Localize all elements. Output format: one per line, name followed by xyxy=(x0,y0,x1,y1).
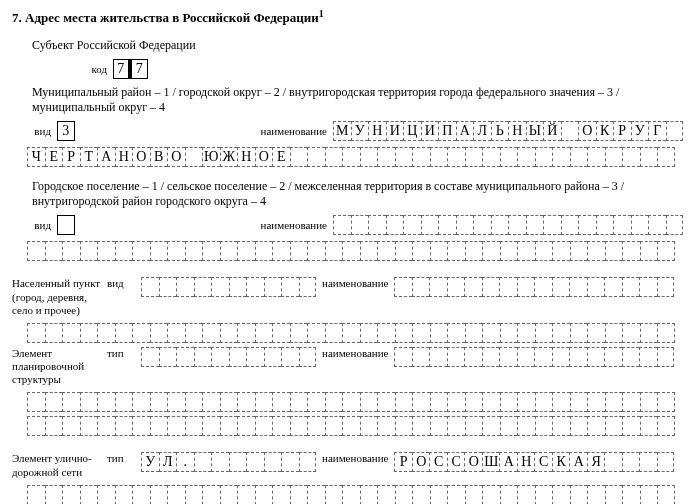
char-cell[interactable] xyxy=(97,416,115,436)
char-cell[interactable] xyxy=(307,323,325,343)
char-cell[interactable] xyxy=(342,147,360,167)
char-cell[interactable] xyxy=(464,347,482,367)
char-cell[interactable] xyxy=(403,215,421,235)
char-cell[interactable] xyxy=(167,485,185,504)
char-cell[interactable] xyxy=(115,241,133,261)
char-cell[interactable] xyxy=(552,323,570,343)
char-cell[interactable] xyxy=(299,277,317,297)
char-cell[interactable] xyxy=(132,323,150,343)
char-cell[interactable] xyxy=(666,121,684,141)
char-cell[interactable] xyxy=(657,416,675,436)
char-cell[interactable] xyxy=(62,485,80,504)
char-cell[interactable]: А xyxy=(499,452,517,472)
char-cell[interactable] xyxy=(115,392,133,412)
char-cell[interactable] xyxy=(570,241,588,261)
char-cell[interactable] xyxy=(456,215,474,235)
char-cell[interactable]: Н xyxy=(517,452,535,472)
char-cell[interactable]: Р xyxy=(613,121,631,141)
char-cell[interactable] xyxy=(447,416,465,436)
char-cell[interactable]: Т xyxy=(80,147,98,167)
char-cell[interactable] xyxy=(255,241,273,261)
char-cell[interactable] xyxy=(430,416,448,436)
char-cell[interactable] xyxy=(535,416,553,436)
char-cell[interactable] xyxy=(27,485,45,504)
char-cell[interactable]: У xyxy=(351,121,369,141)
settle-vid-cell[interactable] xyxy=(57,215,75,235)
char-cell[interactable] xyxy=(281,452,299,472)
char-cell[interactable] xyxy=(622,147,640,167)
char-cell[interactable] xyxy=(640,485,658,504)
char-cell[interactable] xyxy=(657,452,675,472)
char-cell[interactable] xyxy=(62,323,80,343)
char-cell[interactable] xyxy=(167,323,185,343)
char-cell[interactable] xyxy=(499,347,517,367)
char-cell[interactable] xyxy=(622,416,640,436)
char-cell[interactable] xyxy=(570,485,588,504)
char-cell[interactable] xyxy=(255,485,273,504)
char-cell[interactable] xyxy=(570,323,588,343)
char-cell[interactable] xyxy=(587,485,605,504)
char-cell[interactable] xyxy=(377,392,395,412)
char-cell[interactable] xyxy=(360,392,378,412)
char-cell[interactable]: О xyxy=(167,147,185,167)
char-cell[interactable] xyxy=(587,347,605,367)
char-cell[interactable] xyxy=(325,416,343,436)
char-cell[interactable] xyxy=(115,323,133,343)
char-cell[interactable] xyxy=(62,241,80,261)
char-cell[interactable] xyxy=(640,147,658,167)
char-cell[interactable]: Ч xyxy=(27,147,45,167)
char-cell[interactable] xyxy=(622,277,640,297)
street-line2[interactable] xyxy=(27,485,683,504)
char-cell[interactable] xyxy=(272,323,290,343)
char-cell[interactable]: Л xyxy=(159,452,177,472)
char-cell[interactable] xyxy=(412,347,430,367)
char-cell[interactable] xyxy=(570,147,588,167)
char-cell[interactable] xyxy=(430,147,448,167)
char-cell[interactable] xyxy=(45,485,63,504)
char-cell[interactable] xyxy=(500,485,518,504)
mun-name-line2[interactable]: ЧЕРТАНОВОЮЖНОЕ xyxy=(27,147,683,167)
char-cell[interactable] xyxy=(194,452,212,472)
char-cell[interactable] xyxy=(639,347,657,367)
char-cell[interactable] xyxy=(500,392,518,412)
char-cell[interactable] xyxy=(115,485,133,504)
char-cell[interactable] xyxy=(517,392,535,412)
char-cell[interactable] xyxy=(491,215,509,235)
char-cell[interactable] xyxy=(325,485,343,504)
char-cell[interactable] xyxy=(185,241,203,261)
char-cell[interactable] xyxy=(657,323,675,343)
char-cell[interactable] xyxy=(657,277,675,297)
char-cell[interactable] xyxy=(290,147,308,167)
char-cell[interactable] xyxy=(447,277,465,297)
char-cell[interactable] xyxy=(552,392,570,412)
char-cell[interactable] xyxy=(394,277,412,297)
street-tip-cells[interactable]: УЛ. xyxy=(141,452,316,472)
char-cell[interactable] xyxy=(360,147,378,167)
char-cell[interactable] xyxy=(202,241,220,261)
char-cell[interactable]: Е xyxy=(45,147,63,167)
char-cell[interactable] xyxy=(535,323,553,343)
char-cell[interactable] xyxy=(27,392,45,412)
char-cell[interactable] xyxy=(202,323,220,343)
char-cell[interactable] xyxy=(220,392,238,412)
char-cell[interactable] xyxy=(465,241,483,261)
char-cell[interactable] xyxy=(27,416,45,436)
char-cell[interactable] xyxy=(377,241,395,261)
char-cell[interactable] xyxy=(360,416,378,436)
char-cell[interactable] xyxy=(159,347,177,367)
char-cell[interactable] xyxy=(45,323,63,343)
char-cell[interactable] xyxy=(167,416,185,436)
char-cell[interactable]: . xyxy=(176,452,194,472)
char-cell[interactable] xyxy=(613,215,631,235)
char-cell[interactable] xyxy=(27,323,45,343)
char-cell[interactable] xyxy=(473,215,491,235)
char-cell[interactable]: М xyxy=(333,121,351,141)
char-cell[interactable] xyxy=(482,241,500,261)
char-cell[interactable] xyxy=(299,452,317,472)
char-cell[interactable] xyxy=(622,323,640,343)
char-cell[interactable] xyxy=(264,452,282,472)
char-cell[interactable] xyxy=(578,215,596,235)
char-cell[interactable] xyxy=(447,347,465,367)
char-cell[interactable] xyxy=(360,485,378,504)
char-cell[interactable] xyxy=(587,392,605,412)
